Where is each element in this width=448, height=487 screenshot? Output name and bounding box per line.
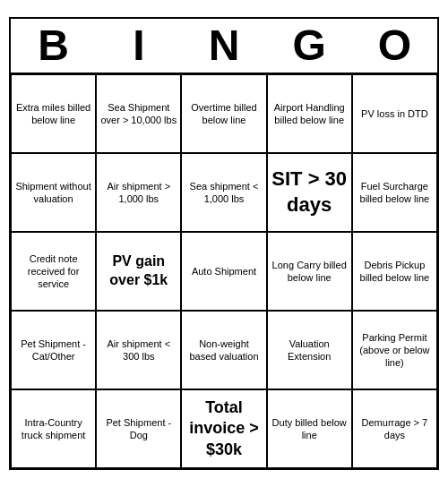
bingo-cell-14[interactable]: Debris Pickup billed below line [352,232,437,311]
bingo-cell-7[interactable]: Sea shipment < 1,000 lbs [181,153,266,232]
bingo-cell-2[interactable]: Overtime billed below line [181,74,266,153]
bingo-cell-3[interactable]: Airport Handling billed below line [267,74,352,153]
bingo-cell-17[interactable]: Non-weight based valuation [181,311,266,389]
bingo-cell-5[interactable]: Shipment without valuation [11,153,96,232]
bingo-cell-16[interactable]: Air shipment < 300 lbs [96,311,181,389]
bingo-cell-8[interactable]: SIT > 30 days [267,153,352,232]
bingo-cell-1[interactable]: Sea Shipment over > 10,000 lbs [96,74,181,153]
bingo-cell-10[interactable]: Credit note received for service [11,232,96,311]
bingo-cell-6[interactable]: Air shipment > 1,000 lbs [96,153,181,232]
bingo-cell-22[interactable]: Total invoice > $30k [181,389,266,468]
bingo-grid: Extra miles billed below lineSea Shipmen… [11,74,437,468]
bingo-cell-21[interactable]: Pet Shipment - Dog [96,389,181,468]
bingo-letter-i: I [96,24,181,67]
bingo-cell-15[interactable]: Pet Shipment - Cat/Other [11,311,96,389]
bingo-letter-o: O [352,24,437,67]
bingo-cell-13[interactable]: Long Carry billed below line [267,232,352,311]
bingo-cell-12[interactable]: Auto Shipment [181,232,266,311]
bingo-letter-n: N [181,24,266,67]
bingo-cell-0[interactable]: Extra miles billed below line [11,74,96,153]
bingo-header: BINGO [11,19,437,74]
bingo-cell-24[interactable]: Demurrage > 7 days [352,389,437,468]
bingo-cell-19[interactable]: Parking Permit (above or below line) [352,311,437,389]
bingo-cell-20[interactable]: Intra-Country truck shipment [11,389,96,468]
bingo-cell-11[interactable]: PV gain over $1k [96,232,181,311]
bingo-cell-9[interactable]: Fuel Surcharge billed below line [352,153,437,232]
bingo-cell-4[interactable]: PV loss in DTD [352,74,437,153]
bingo-cell-23[interactable]: Duty billed below line [267,389,352,468]
bingo-cell-18[interactable]: Valuation Extension [267,311,352,389]
bingo-card: BINGO Extra miles billed below lineSea S… [9,17,439,470]
bingo-letter-g: G [267,24,352,67]
bingo-letter-b: B [11,24,96,67]
